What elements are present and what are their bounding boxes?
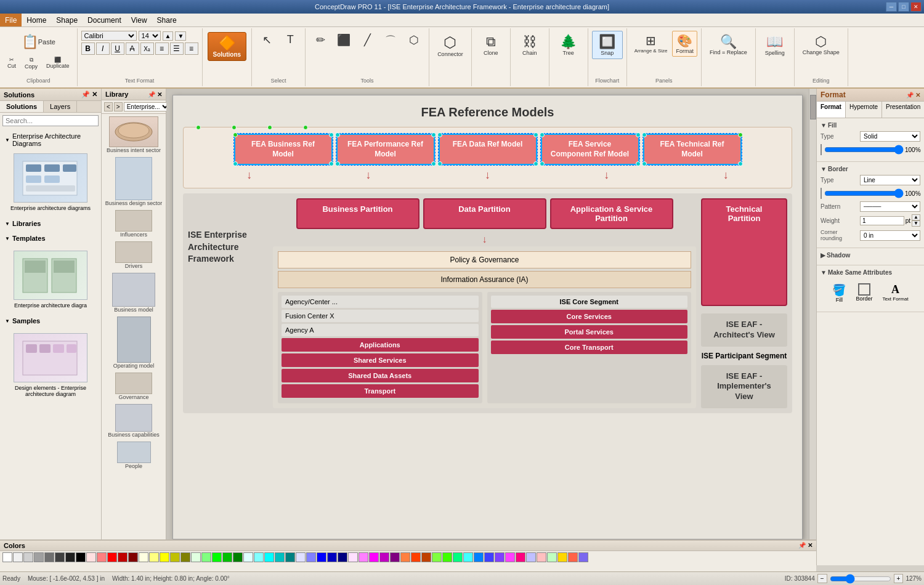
select-text-btn[interactable]: T — [279, 31, 301, 49]
apps-btn[interactable]: Applications — [282, 338, 479, 352]
color-cell[interactable] — [160, 552, 169, 562]
color-cell[interactable] — [23, 552, 33, 562]
format-tab-format[interactable]: Format — [817, 102, 846, 118]
font-decrease-btn[interactable]: ▼ — [175, 31, 186, 41]
lib-item-governance[interactable]: Governance — [104, 373, 163, 400]
border-weight-input[interactable] — [860, 216, 904, 225]
info-box[interactable]: Information Assurance (IA) — [278, 271, 691, 288]
border-type-select[interactable]: Line — [860, 175, 920, 185]
color-cell[interactable] — [432, 552, 442, 562]
duplicate-btn[interactable]: ⬛Duplicate — [43, 54, 73, 72]
fea-box-performance[interactable]: FEA Performance Ref Model — [336, 134, 435, 165]
color-cell[interactable] — [495, 552, 505, 562]
color-cell[interactable] — [296, 552, 306, 562]
color-cell[interactable] — [474, 552, 484, 562]
zoom-out-btn[interactable]: − — [817, 574, 827, 583]
color-cell[interactable] — [191, 552, 201, 562]
color-cell[interactable] — [264, 552, 274, 562]
find-replace-btn[interactable]: 🔍 Find = Replace — [705, 31, 752, 59]
color-cell[interactable] — [285, 552, 295, 562]
core-transport-btn[interactable]: Core Transport — [491, 341, 688, 354]
color-cell[interactable] — [2, 552, 12, 562]
vertical-scrollbar[interactable] — [809, 89, 816, 546]
color-cell[interactable] — [86, 552, 96, 562]
color-cell[interactable] — [442, 552, 452, 562]
menu-share[interactable]: Share — [152, 14, 182, 26]
format-btn[interactable]: 🎨 Format — [672, 31, 697, 57]
menu-file[interactable]: File — [0, 14, 22, 26]
clone-btn[interactable]: ⧉ Clone — [476, 31, 506, 59]
partition-business[interactable]: Business Partition — [296, 198, 419, 229]
diagram-canvas[interactable]: FEA Reference Models — [172, 95, 803, 539]
color-cell[interactable] — [338, 552, 347, 562]
lib-back-btn[interactable]: < — [104, 102, 113, 111]
align-center-btn[interactable]: ☰ — [170, 42, 184, 55]
color-cell[interactable] — [421, 552, 431, 562]
weight-down-btn[interactable]: ▼ — [912, 220, 920, 227]
close-format-btn[interactable]: ✕ — [915, 92, 920, 99]
portal-services-btn[interactable]: Portal Services — [491, 325, 688, 339]
color-cell[interactable] — [139, 552, 148, 562]
close-colors-btn[interactable]: ✕ — [808, 542, 813, 549]
snap-btn[interactable]: 🔲 Snap — [592, 31, 623, 59]
bold-btn[interactable]: B — [81, 42, 95, 55]
color-cell[interactable] — [212, 552, 222, 562]
fea-box-business[interactable]: FEA Business Ref Model — [234, 134, 333, 165]
border-color-swatch[interactable] — [821, 188, 822, 199]
color-cell[interactable] — [359, 552, 368, 562]
color-cell[interactable] — [76, 552, 86, 562]
ise-core-sub[interactable]: ISE Core Segment — [491, 296, 688, 308]
color-cell[interactable] — [65, 552, 75, 562]
lib-item-influencers[interactable]: Influencers — [104, 210, 163, 238]
color-cell[interactable] — [275, 552, 285, 562]
align-right-btn[interactable]: ≡ — [185, 42, 198, 55]
lib-item-operating-model[interactable]: Operating model — [104, 317, 163, 369]
color-cell[interactable] — [453, 552, 463, 562]
pin-format-icon[interactable]: 📌 — [906, 92, 914, 99]
minimize-btn[interactable]: ─ — [886, 2, 897, 12]
tree-section-templates[interactable]: ▼ Templates — [2, 233, 99, 243]
solutions-btn[interactable]: 🔶 Solutions — [208, 32, 247, 61]
partition-technical-right[interactable]: Technical Partition — [701, 198, 787, 306]
color-cell[interactable] — [254, 552, 264, 562]
weight-up-btn[interactable]: ▲ — [912, 214, 920, 220]
connector-btn[interactable]: ⬡ Connector — [433, 31, 468, 60]
layers-tab[interactable]: Layers — [44, 101, 77, 112]
fill-type-select[interactable]: Solid — [860, 131, 920, 142]
color-cell[interactable] — [400, 552, 410, 562]
shared-data-btn[interactable]: Shared Data Assets — [282, 369, 479, 382]
font-size-select[interactable]: 14 — [139, 31, 161, 41]
color-cell[interactable] — [201, 552, 211, 562]
tree-item-ea[interactable]: ▼ Enterprise Architecture Diagrams — [2, 131, 99, 148]
tree-btn[interactable]: 🌲 Tree — [553, 31, 584, 59]
ise-eaf-implementer-box[interactable]: ISE EAF -Implementer's View — [701, 365, 787, 409]
cut-btn[interactable]: ✂Cut — [4, 54, 20, 72]
format-tab-hypernote[interactable]: Hypernote — [846, 102, 882, 118]
color-cell[interactable] — [306, 552, 316, 562]
maximize-btn[interactable]: □ — [898, 2, 909, 12]
color-cell[interactable] — [55, 552, 65, 562]
color-cell[interactable] — [97, 552, 107, 562]
shared-services-btn[interactable]: Shared Services — [282, 353, 479, 367]
subscript-btn[interactable]: X₂ — [140, 42, 154, 55]
color-cell[interactable] — [107, 552, 117, 562]
lib-item-business-model[interactable]: Business model — [104, 273, 163, 313]
spelling-btn[interactable]: 📖 Spelling — [760, 31, 790, 59]
select-arrow-btn[interactable]: ↖ — [256, 31, 278, 49]
close-library-btn[interactable]: ✕ — [157, 91, 162, 98]
thumb-ea-diagrams[interactable]: Enterprise architecture diagrams — [2, 151, 99, 214]
close-solutions-btn[interactable]: ✕ — [92, 91, 97, 99]
chain-btn[interactable]: ⛓ Chain — [514, 31, 545, 59]
zoom-slider[interactable] — [830, 575, 891, 583]
color-cell[interactable] — [170, 552, 180, 562]
fill-color-swatch[interactable] — [821, 144, 822, 155]
pin-colors-icon[interactable]: 📌 — [798, 542, 806, 549]
italic-btn[interactable]: I — [96, 42, 110, 55]
color-cell[interactable] — [557, 552, 567, 562]
fea-box-data[interactable]: FEA Data Ref Model — [439, 134, 537, 165]
menu-view[interactable]: View — [126, 14, 152, 26]
pencil-btn[interactable]: ✏ — [309, 31, 331, 50]
color-cell[interactable] — [516, 552, 525, 562]
library-dropdown[interactable]: Enterprise... — [124, 102, 171, 111]
font-select[interactable]: Calibri — [81, 31, 137, 41]
